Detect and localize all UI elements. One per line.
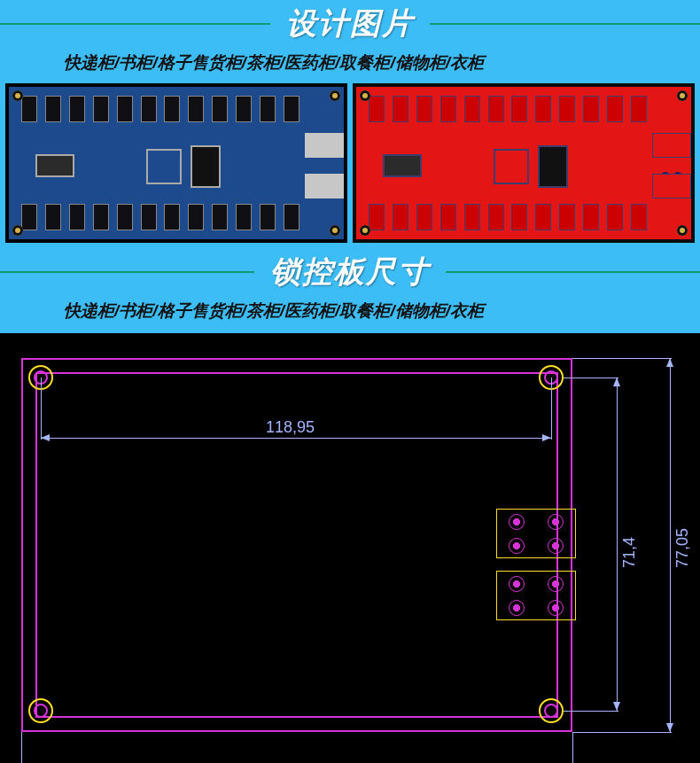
header-line-left [0, 23, 270, 25]
dim-line-hole-pitch-y [617, 378, 618, 711]
dimensions-section: 锁控板尺寸 快递柜/书柜/格子售货柜/茶柜/医药柜/取餐柜/储物柜/衣柜 118… [0, 248, 700, 763]
connector-footprint-1 [496, 509, 576, 558]
dim-hole-pitch-y: 71,4 [620, 537, 639, 568]
cad-drawing: 118,95 124,55 71,4 77,05 [0, 333, 700, 763]
dim-line-hole-pitch-x [41, 438, 551, 439]
dimensions-title: 锁控板尺寸 [254, 252, 446, 292]
header-row-2: 锁控板尺寸 [0, 248, 700, 296]
mounting-hole-bottom-left [28, 698, 53, 723]
header-row-1: 设计图片 [0, 0, 700, 48]
header-line-right-2 [446, 271, 700, 273]
applications-list-2: 快递柜/书柜/格子售货柜/茶柜/医药柜/取餐柜/储物柜/衣柜 [0, 296, 700, 331]
header-line-left-2 [0, 271, 254, 273]
dim-outer-height: 77,05 [673, 528, 692, 568]
pcb-layout-view [353, 83, 695, 243]
dim-line-outer-height [670, 358, 671, 732]
mounting-hole-bottom-right [539, 698, 564, 723]
applications-list-1: 快递柜/书柜/格子售货柜/茶柜/医药柜/取餐柜/储物柜/衣柜 [0, 48, 700, 83]
connector-footprint-2 [496, 571, 576, 620]
pcb-render-row [0, 83, 700, 248]
design-image-title: 设计图片 [270, 4, 430, 44]
pcb-3d-render [5, 83, 347, 243]
header-line-right [430, 23, 700, 25]
dim-hole-pitch-x: 118,95 [266, 418, 315, 437]
design-image-section: 设计图片 快递柜/书柜/格子售货柜/茶柜/医药柜/取餐柜/储物柜/衣柜 [0, 0, 700, 248]
